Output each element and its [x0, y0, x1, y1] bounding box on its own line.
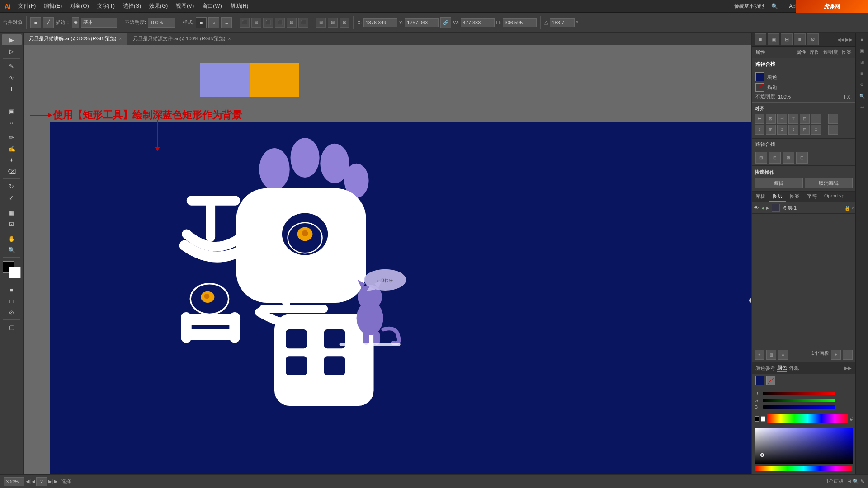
stroke-input[interactable]: 基本	[81, 18, 117, 28]
add-layer-btn[interactable]: +	[755, 350, 764, 360]
zoom-tool[interactable]: 🔍	[2, 244, 22, 255]
line-tool[interactable]: ⎯	[2, 94, 22, 105]
dist-bottom[interactable]: ‡	[811, 125, 821, 135]
tool-btn-1[interactable]: ■	[30, 17, 41, 28]
ellipse-tool[interactable]: ○	[2, 117, 22, 128]
panel-expand-btn[interactable]: ▶▶	[845, 37, 853, 42]
layer-tab-char[interactable]: 字符	[803, 192, 821, 202]
artboard-tool[interactable]: ⊡	[2, 218, 22, 229]
fill-swatch[interactable]	[755, 72, 764, 81]
align-h-center[interactable]: ⊠	[766, 114, 776, 124]
tool-btn-2[interactable]: ╱	[43, 17, 54, 28]
tab-2-close[interactable]: ×	[228, 36, 231, 41]
shape-mode-4[interactable]: ⊡	[796, 152, 808, 164]
attr-tab[interactable]: 属性	[796, 49, 806, 56]
color-tab[interactable]: 颜色	[777, 364, 787, 372]
color-gradient-picker[interactable]	[755, 428, 853, 464]
black-swatch[interactable]	[755, 416, 759, 422]
properties-header[interactable]: 属性 属性 库图 透明度 图案	[752, 47, 855, 58]
distribute-v-btn[interactable]: ⊟	[328, 18, 338, 28]
status-icon-2[interactable]: 🔍	[853, 479, 859, 484]
layer-expand-1[interactable]: ▶	[766, 206, 769, 210]
panel-icon-4[interactable]: ≡	[794, 33, 806, 45]
panel-icon-2[interactable]: ▣	[768, 33, 779, 45]
rect-tool[interactable]: ▣	[2, 106, 22, 117]
layer-eye-1[interactable]: 👁	[753, 204, 760, 211]
canvas-handle[interactable]	[749, 298, 751, 303]
layer-tab-board[interactable]: 库板	[752, 192, 769, 202]
opacity-value[interactable]: 100%	[778, 94, 791, 99]
zoom-input[interactable]	[4, 477, 24, 486]
curvature-tool[interactable]: ∿	[2, 72, 22, 83]
search-btn[interactable]: 🔍	[768, 2, 782, 11]
menu-view[interactable]: 视图(V)	[172, 1, 198, 11]
dist-v-center[interactable]: ⊟	[800, 125, 810, 135]
fill-color-btn[interactable]: ■	[2, 284, 22, 295]
menu-edit[interactable]: 编辑(E)	[40, 1, 66, 11]
rotate-tool[interactable]: ↻	[2, 181, 22, 192]
paintbrush-tool[interactable]: ✏	[2, 132, 22, 143]
menu-object[interactable]: 对象(O)	[66, 1, 92, 11]
stroke-color-btn[interactable]: □	[2, 296, 22, 306]
shape-mode-3[interactable]: ⊠	[783, 152, 794, 164]
h-input[interactable]	[503, 18, 537, 27]
r-slider[interactable]	[763, 392, 835, 395]
transparency-tab[interactable]: 透明度	[823, 49, 838, 56]
distribute-h-btn[interactable]: ⊞	[316, 18, 326, 28]
opacity-input[interactable]: 100%	[148, 18, 175, 28]
align-right-btn[interactable]: ⬛	[263, 18, 273, 28]
style-fill-btn[interactable]: ■	[196, 17, 207, 28]
or-btn-1[interactable]: ■	[857, 34, 867, 44]
menu-window[interactable]: 窗口(W)	[198, 1, 225, 11]
pen-tool[interactable]: ✎	[2, 61, 22, 71]
hue-slider[interactable]	[755, 466, 853, 471]
shape-mode-1[interactable]: ⊞	[755, 152, 767, 164]
dist-more[interactable]: …	[828, 125, 838, 135]
g-slider[interactable]	[763, 399, 835, 402]
style-options-btn[interactable]: ≡	[221, 17, 232, 28]
w-input[interactable]	[461, 18, 495, 27]
select-tool[interactable]: ▶	[2, 34, 22, 45]
align-top-edge[interactable]: ⊤	[788, 114, 798, 124]
panel-icon-5[interactable]: ⚙	[807, 33, 819, 45]
align-bottom-edge[interactable]: ⊥	[811, 114, 821, 124]
first-page-btn[interactable]: |◀	[30, 479, 35, 484]
color-ref-tab[interactable]: 颜色参考	[755, 365, 775, 371]
library-tab[interactable]: 库图	[810, 49, 820, 56]
layer-tab-opentype[interactable]: OpenTyp	[821, 192, 848, 202]
stroke-dropdown-btn[interactable]: ⊕	[72, 17, 79, 28]
or-btn-6[interactable]: 🔍	[857, 91, 867, 101]
color-spectrum[interactable]	[767, 414, 848, 423]
color-panel-collapse[interactable]: ▶▶	[844, 366, 852, 371]
menu-effect[interactable]: 效果(G)	[146, 1, 171, 11]
align-right-edge[interactable]: ⊣	[777, 114, 787, 124]
shape-mode-2[interactable]: ⊟	[769, 152, 781, 164]
align-left-edge[interactable]: ⊢	[755, 114, 764, 124]
current-stroke-swatch[interactable]	[766, 376, 775, 385]
layer-tab-layers[interactable]: 图层	[769, 192, 786, 202]
dist-right[interactable]: ‡	[777, 125, 787, 135]
eraser-tool[interactable]: ⌫	[2, 166, 22, 177]
next-page-btn[interactable]: ▶	[54, 479, 57, 484]
text-tool[interactable]: T	[2, 83, 22, 94]
prev-page-btn[interactable]: ◀	[26, 479, 29, 484]
menu-select[interactable]: 选择(S)	[119, 1, 145, 11]
cancel-edit-btn[interactable]: 取消编辑	[805, 178, 853, 188]
layer-options-btn[interactable]: ≡	[778, 350, 788, 360]
angle-input[interactable]	[550, 18, 575, 27]
edit-btn[interactable]: 编辑	[755, 178, 803, 188]
menu-text[interactable]: 文字(T)	[94, 1, 118, 11]
or-btn-5[interactable]: ⚙	[857, 80, 867, 89]
hand-tool[interactable]: ✋	[2, 233, 22, 244]
align-bottom-btn[interactable]: ⬛	[298, 18, 308, 28]
y-input[interactable]	[405, 18, 439, 27]
menu-help[interactable]: 帮助(H)	[226, 1, 252, 11]
delete-layer-btn[interactable]: 🗑	[766, 350, 776, 360]
current-fill-swatch[interactable]	[755, 376, 764, 385]
layer-lock-1[interactable]: 🔒	[844, 206, 850, 211]
tab-1[interactable]: 元旦是只猫讲解.ai @ 300% (RGB/预览) ×	[24, 33, 127, 45]
tab-2[interactable]: 元旦是只猫源文件.ai @ 100% (RGB/预览) ×	[127, 33, 236, 45]
tab-1-close[interactable]: ×	[119, 36, 122, 41]
menu-file[interactable]: 文件(F)	[14, 1, 39, 11]
or-btn-2[interactable]: ▣	[857, 46, 867, 56]
